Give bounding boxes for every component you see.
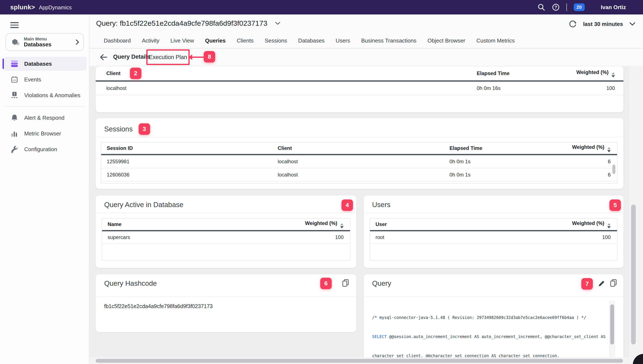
col-session-id: Session ID: [107, 145, 278, 151]
tab-users[interactable]: Users: [336, 38, 350, 46]
annotation-badge-2: 2: [130, 68, 142, 79]
col-weighted[interactable]: Weighted (%): [576, 69, 615, 78]
query-active-card: Query Active in Database 4 Name Weighted…: [96, 196, 356, 268]
tab-queries[interactable]: Queries: [205, 38, 226, 46]
database-icon: [10, 60, 19, 68]
table-scrollbar-thumb[interactable]: [612, 164, 615, 174]
sidebar-item-label: Databases: [24, 60, 52, 67]
col-user: User: [376, 221, 572, 227]
tab-business-transactions[interactable]: Business Transactions: [361, 38, 416, 46]
card-divider: [96, 137, 624, 137]
back-arrow-icon[interactable]: [100, 54, 108, 62]
bar-chart-icon: [10, 130, 19, 137]
title-chevron-down-icon[interactable]: [275, 22, 280, 25]
brand: splunk> AppDynamics: [10, 4, 72, 11]
tab-custom-metrics[interactable]: Custom Metrics: [476, 38, 515, 46]
users-title: Users: [372, 201, 390, 209]
query-active-table-header: Name Weighted (%): [102, 218, 350, 231]
col-weighted[interactable]: Weighted (%): [305, 220, 344, 228]
topbar: splunk> AppDynamics ? 20 Ivan Ortiz: [0, 0, 643, 14]
query-hashcode-value: fb1c5f22e51e2cda4a9cfe798fa6d9f3f0237173: [104, 303, 213, 309]
col-elapsed-time: Elapsed Time: [450, 145, 572, 151]
users-table: User Weighted (%) root 100: [370, 218, 618, 261]
query-title: Query: [372, 280, 391, 288]
users-card: Users 5 User Weighted (%) root 100: [364, 196, 624, 268]
sidebar-item-events[interactable]: Events: [2, 73, 87, 86]
subnav-query-details[interactable]: Query Details: [113, 54, 150, 60]
hamburger-menu-icon[interactable]: [10, 22, 19, 28]
edit-pencil-icon[interactable]: [598, 280, 605, 289]
content-area: Client 2 Elapsed Time Weighted (%) local…: [89, 66, 643, 364]
sql-keyword: SELECT: [372, 334, 387, 339]
users-row[interactable]: root 100: [370, 231, 617, 244]
page-title: Query: fb1c5f22e51e2cda4a9cfe798fa6d9f3f…: [96, 19, 267, 28]
copy-icon[interactable]: [342, 279, 350, 289]
col-weighted[interactable]: Weighted (%): [572, 220, 611, 228]
sort-icon: [340, 223, 344, 228]
tab-databases[interactable]: Databases: [298, 38, 324, 46]
help-icon[interactable]: ?: [552, 4, 560, 11]
sql-query-text: /* mysql-connector-java-5.1.48 ( Revisio…: [372, 302, 610, 364]
col-weighted[interactable]: Weighted (%): [572, 144, 611, 152]
notification-count-badge[interactable]: 20: [574, 4, 585, 11]
sessions-title: Sessions: [104, 125, 133, 133]
card-divider: [96, 212, 356, 213]
sidebar-item-label: Metric Browser: [24, 130, 61, 137]
col-elapsed-time: Elapsed Time: [477, 70, 576, 76]
query-hashcode-card: Query Hashcode 6 fb1c5f22e51e2cda4a9cfe7…: [96, 274, 356, 332]
query-active-row[interactable]: supercars 100: [102, 231, 350, 244]
sidebar-item-label: Violations & Anomalies: [24, 92, 80, 99]
annotation-badge-5: 5: [610, 200, 621, 211]
sessions-card: Sessions 3 Session ID Client Elapsed Tim…: [96, 118, 624, 189]
copy-icon[interactable]: [610, 279, 618, 289]
refresh-icon[interactable]: [568, 20, 577, 28]
annotation-badge-8: 8: [204, 51, 215, 62]
tab-activity[interactable]: Activity: [142, 38, 159, 46]
card-divider: [96, 296, 356, 297]
svg-text:?: ?: [554, 5, 557, 10]
sidebar-item-databases[interactable]: Databases: [2, 57, 87, 70]
splunk-logo: splunk>: [10, 4, 35, 11]
page-vertical-scrollbar-thumb[interactable]: [631, 204, 636, 344]
annotation-arrow: [192, 56, 204, 58]
tab-clients[interactable]: Clients: [237, 38, 254, 46]
tab-live-view[interactable]: Live View: [170, 38, 194, 46]
code-scrollbar-thumb[interactable]: [610, 304, 614, 344]
tab-dashboard[interactable]: Dashboard: [104, 38, 131, 46]
time-range-selector[interactable]: last 30 minutes: [583, 21, 623, 28]
page-header: Query: fb1c5f22e51e2cda4a9cfe798fa6d9f3f…: [89, 14, 643, 66]
sort-icon: [607, 147, 611, 152]
tabs-border: [89, 48, 643, 48]
col-client: Client: [278, 145, 450, 151]
tab-object-browser[interactable]: Object Browser: [428, 38, 466, 46]
card-divider: [364, 296, 624, 297]
sidebar-item-label: Alert & Respond: [24, 114, 64, 121]
client-card: Client 2 Elapsed Time Weighted (%) local…: [96, 66, 624, 112]
annotation-badge-3: 3: [139, 123, 150, 135]
page-vertical-scrollbar-track: [628, 66, 643, 364]
session-row[interactable]: 12559981 localhost 0h 0m 1s 6: [101, 155, 617, 168]
annotation-highlight-box: [146, 49, 190, 65]
tab-sessions[interactable]: Sessions: [265, 38, 287, 46]
search-icon[interactable]: [538, 4, 545, 11]
sidebar-item-violations-anomalies[interactable]: Violations & Anomalies: [2, 88, 87, 102]
client-table-row[interactable]: localhost 0h 0m 16s 100: [96, 82, 624, 95]
page-horizontal-scrollbar-thumb[interactable]: [96, 359, 623, 363]
session-row[interactable]: 12606036 localhost 0h 0m 1s 6: [101, 168, 617, 182]
annotation-badge-7: 7: [581, 278, 593, 290]
sidebar-item-configuration[interactable]: Configuration: [2, 142, 87, 156]
main-menu-hexagon-icon: [11, 38, 20, 46]
sidebar-item-metric-browser[interactable]: Metric Browser: [2, 127, 87, 140]
time-range-chevron-down-icon[interactable]: [630, 22, 635, 26]
client-table-header: Client 2 Elapsed Time Weighted (%): [96, 66, 624, 82]
appdynamics-logo: AppDynamics: [39, 4, 72, 11]
sessions-table: Session ID Client Elapsed Time Weighted …: [101, 142, 618, 184]
user-menu[interactable]: Ivan Ortiz: [601, 4, 626, 11]
sidebar-nav: Databases Events Violations & Anomalies: [0, 57, 89, 158]
sidebar-item-alert-respond[interactable]: Alert & Respond: [2, 111, 87, 124]
app-window: splunk> AppDynamics ? 20 Ivan Ortiz Main…: [0, 0, 643, 364]
main-menu-label: Main Menu: [24, 36, 72, 42]
sort-icon: [612, 72, 615, 78]
sidebar-item-label: Events: [24, 76, 41, 83]
main-menu-selector[interactable]: Main Menu Databases: [6, 33, 84, 51]
